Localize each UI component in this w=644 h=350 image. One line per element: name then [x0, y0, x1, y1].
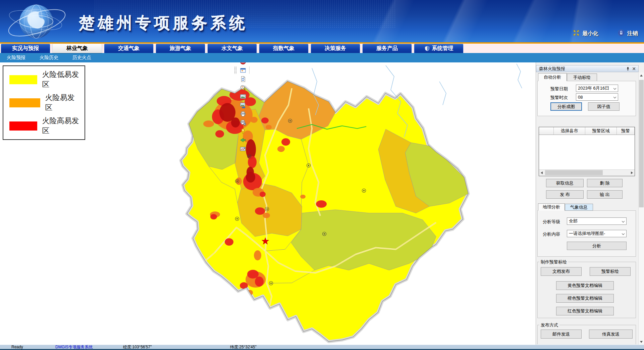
doc-publish-button[interactable]: 文档发布 [541, 267, 582, 276]
legend-label: 火险高易发区 [42, 116, 82, 136]
nav-tab-1[interactable]: 实况与预报 [1, 44, 50, 53]
nav-tab-6[interactable]: 指数气象 [259, 44, 309, 53]
road-casing [191, 273, 215, 293]
logout-button[interactable]: 注销 [618, 30, 638, 38]
tab-manual-plot[interactable]: 手动标绘 [567, 73, 597, 81]
identify-button[interactable]: ? [238, 83, 248, 92]
status-item-2[interactable]: DMGIS专项服务系统 [55, 345, 93, 349]
warning-plot-button[interactable]: 预警标绘 [590, 267, 631, 276]
map-toolbar: ? [234, 65, 251, 75]
orange-warning-doc-button[interactable]: 橙色预警文档编辑 [556, 294, 614, 303]
subnav-item-2[interactable]: 火险历史 [40, 55, 58, 61]
status-item-1: Ready [11, 345, 23, 349]
table-column-header[interactable]: 选择县市 [554, 127, 585, 135]
refresh-icon [240, 76, 246, 82]
status-bar: ReadyDMGIS专项服务系统经度:103°56'57"纬度:25°32'45… [0, 345, 644, 350]
toolbar-grip[interactable] [234, 66, 236, 74]
fire-risk-blob-red [184, 239, 191, 245]
toolbar-divider [249, 66, 251, 74]
chevron-down-icon [622, 232, 625, 235]
refresh-button[interactable] [238, 74, 248, 83]
fire-risk-blob-red [245, 296, 251, 301]
fire-risk-blob-red [210, 214, 217, 219]
analysis-level-label: 分析等级 [543, 219, 560, 225]
analysis-level-select[interactable]: 全部 [567, 217, 627, 225]
nav-tab-4[interactable]: 旅游气象 [156, 44, 205, 53]
subnav-item-1[interactable]: 火险预报 [7, 55, 25, 61]
river-line [439, 82, 446, 105]
analyze-map-button[interactable]: 分析成图 [550, 102, 582, 111]
nav-tab-2[interactable]: 林业气象 [52, 44, 102, 53]
nav-tab-3[interactable]: 交通气象 [104, 44, 154, 53]
app-header: 楚雄州专项服务系统 最小化 [0, 0, 644, 44]
stop-icon [240, 62, 246, 65]
marker-pin-button[interactable] [238, 127, 248, 136]
warn-time-select[interactable]: 08 [576, 93, 618, 101]
vscroll-thumb[interactable] [639, 80, 644, 207]
table-column-header[interactable] [539, 127, 554, 135]
fax-send-button[interactable]: 传真发送 [589, 330, 633, 339]
road [191, 273, 215, 293]
red-warning-doc-button[interactable]: 红色预警文档编辑 [556, 307, 614, 315]
tab-geo-analysis[interactable]: 地理分析 [538, 203, 565, 211]
fire-risk-blob-orange [263, 213, 270, 218]
fire-risk-blob-red [228, 293, 241, 301]
warn-date-select[interactable]: 2023年 6月16日 [576, 85, 618, 92]
chevron-down-icon [613, 87, 616, 90]
warn-time-label: 预警时次 [550, 95, 568, 101]
image-button[interactable] [238, 92, 248, 101]
hscroll-thumb[interactable] [545, 170, 603, 175]
warning-table: 选择县市预警区域预警 [539, 127, 635, 176]
scroll-up-icon[interactable] [639, 72, 644, 78]
nav-tab-7[interactable]: 决策服务 [311, 44, 360, 53]
legend-row: 火险易发区 [9, 93, 82, 113]
stop-button[interactable] [238, 62, 248, 66]
table-column-header[interactable]: 预警区域 [585, 127, 617, 135]
map-viewport: 火险低易发区火险易发区火险高易发区 ? [0, 62, 536, 345]
get-info-button[interactable]: 获取信息 [546, 179, 584, 187]
sub-nav: 火险预报火险历史历史火点 [0, 53, 644, 62]
nav-tab-5[interactable]: 水文气象 [207, 44, 257, 53]
warning-table-body[interactable] [539, 135, 635, 169]
publish-button[interactable]: 发 布 [546, 190, 584, 199]
legend-row: 火险高易发区 [9, 116, 82, 136]
panel-title: 森林火险预报 [539, 66, 625, 72]
nav-tab-8[interactable]: 服务产品 [362, 44, 412, 53]
factor-value-button[interactable]: 因子值 [588, 102, 620, 111]
print-button[interactable] [238, 109, 248, 118]
scroll-down-icon[interactable] [639, 339, 644, 345]
close-icon[interactable]: ✕ [631, 66, 637, 71]
image-icon [240, 93, 246, 100]
status-item-4: 纬度:25°32'45" [230, 345, 257, 349]
map-export-button[interactable] [238, 144, 248, 153]
panel-vscrollbar[interactable] [638, 72, 644, 345]
scroll-right-icon[interactable] [629, 170, 635, 176]
subnav-item-3[interactable]: 历史火点 [72, 55, 91, 61]
output-button[interactable]: 输 出 [587, 190, 623, 199]
fire-risk-blob-red [255, 277, 264, 287]
back-icon [240, 137, 246, 143]
analyze-button[interactable]: 分析 [567, 242, 627, 250]
table-column-header[interactable]: 预警 [617, 127, 635, 135]
minimize-icon [573, 30, 580, 38]
analysis-content-select[interactable]: 一请选择地理图层- [567, 230, 627, 237]
minimize-button[interactable]: 最小化 [573, 30, 598, 38]
nav-tab-9[interactable]: 系统管理 [414, 44, 464, 53]
table-hscrollbar[interactable] [539, 169, 635, 176]
full-extent-button[interactable] [238, 66, 248, 74]
shield-icon [424, 46, 430, 51]
scroll-left-icon[interactable] [539, 170, 544, 176]
tab-weather-info[interactable]: 气象信息 [565, 204, 593, 211]
pin-icon[interactable] [625, 66, 631, 71]
email-send-button[interactable]: 邮件发送 [541, 330, 582, 339]
image-export-button[interactable] [238, 101, 248, 109]
river-line [517, 64, 522, 88]
delete-button[interactable]: 删 除 [587, 179, 623, 187]
yellow-warning-doc-button[interactable]: 黄色预警文档编辑 [556, 281, 614, 290]
fire-risk-blob-orange [300, 195, 306, 199]
tab-auto-analysis[interactable]: 自动分析 [538, 73, 567, 81]
print-setup-button[interactable] [238, 118, 248, 127]
legend-label: 火险易发区 [45, 93, 82, 113]
back-button[interactable] [238, 136, 248, 144]
status-item-3: 经度:103°56'57" [123, 345, 152, 349]
